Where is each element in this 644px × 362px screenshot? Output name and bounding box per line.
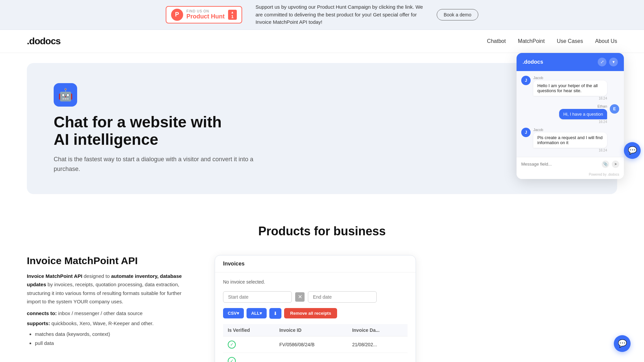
supports-row: supports: quickbooks, Xero, Wave, R-Keep… bbox=[27, 319, 195, 327]
chat-widget-container: .dodocs ⤢ ▾ J Jacob Hello I am your help… bbox=[517, 53, 631, 179]
verified-icon-1: ✓ bbox=[228, 341, 236, 349]
remove-receipts-button[interactable]: Remove all receipts bbox=[284, 308, 337, 318]
chat-window: .dodocs ⤢ ▾ J Jacob Hello I am your help… bbox=[517, 53, 624, 179]
download-button[interactable]: ⬇ bbox=[269, 308, 281, 319]
products-section: Products for business Invoice MatchPoint… bbox=[0, 204, 644, 362]
chat-input-area: 📎 ➤ bbox=[517, 157, 624, 171]
col-header-verified: Is Verified bbox=[223, 324, 275, 337]
start-date-input[interactable] bbox=[223, 291, 292, 303]
send-icon[interactable]: ➤ bbox=[612, 161, 619, 168]
hero-subtitle: Chat is the fastest way to start a dialo… bbox=[54, 155, 255, 174]
date-clear-button[interactable]: ✕ bbox=[295, 292, 305, 302]
invoice-body: No invoice selected. ✕ CSV▾ ALL▾ ⬇ Remov… bbox=[215, 273, 416, 362]
invoice-desc: Invoice MatchPoint API designed to autom… bbox=[27, 272, 195, 306]
book-demo-button[interactable]: Book a demo bbox=[437, 9, 479, 20]
col-header-invoice-date: Invoice Da... bbox=[347, 324, 408, 337]
hero-title: Chat for a website with AI intelligence bbox=[54, 113, 255, 149]
chat-message-3: J Jacob Pls create a request and I will … bbox=[521, 128, 619, 152]
products-content: Invoice MatchPoint API Invoice MatchPoin… bbox=[27, 255, 617, 362]
banner-text: Support us by upvoting our Product Hunt … bbox=[256, 3, 423, 26]
chat-bubble-container-1: Jacob Hello I am your helper of the all … bbox=[533, 76, 607, 100]
chat-header-icons: ⤢ ▾ bbox=[598, 58, 618, 66]
table-row: ✓ bbox=[223, 353, 408, 362]
chat-message-2: E Ethan Hi, I have a question 16:24 bbox=[521, 104, 619, 124]
ph-find-text: FIND US ON bbox=[186, 9, 225, 13]
invoice-title: Invoice MatchPoint API bbox=[27, 255, 195, 266]
navbar: .dodocs Chatbot MatchPoint Use Cases Abo… bbox=[0, 30, 644, 53]
bottom-chat-fab[interactable]: 💬 bbox=[614, 335, 631, 352]
chat-bubble-2: Hi, I have a question bbox=[559, 109, 607, 119]
expand-icon[interactable]: ⤢ bbox=[598, 58, 606, 66]
chat-time-1: 16:24 bbox=[533, 97, 607, 100]
sender-name-2: Ethan bbox=[597, 104, 607, 108]
bullet-list: matches data (keywords, context) pull da… bbox=[27, 329, 195, 348]
invoice-ui-header: Invoices bbox=[215, 255, 416, 273]
chat-fab-button[interactable]: 💬 bbox=[624, 142, 641, 159]
chevron-down-icon[interactable]: ▾ bbox=[609, 58, 618, 66]
toolbar-row: CSV▾ ALL▾ ⬇ Remove all receipts bbox=[223, 308, 408, 319]
all-button[interactable]: ALL▾ bbox=[247, 308, 267, 318]
hero-icon-title: 🤖 bbox=[54, 83, 255, 107]
sender-name-3: Jacob bbox=[533, 128, 607, 132]
connects-value: inbox / messenger / other data source bbox=[58, 310, 143, 316]
verified-cell-2: ✓ bbox=[223, 353, 275, 362]
invoice-id-cell-2 bbox=[275, 353, 347, 362]
chat-bubble-container-3: Jacob Pls create a request and I will fi… bbox=[533, 128, 607, 152]
ph-product-hunt-label: Product Hunt bbox=[186, 13, 225, 20]
top-banner: P FIND US ON Product Hunt ▲ 1 Support us… bbox=[0, 0, 644, 30]
nav-about-us[interactable]: About Us bbox=[595, 38, 617, 44]
supports-label: supports: bbox=[27, 320, 50, 326]
chat-time-2: 16:24 bbox=[599, 120, 607, 124]
nav-matchpoint[interactable]: MatchPoint bbox=[518, 38, 545, 44]
robot-icon: 🤖 bbox=[54, 83, 77, 107]
nav-chatbot[interactable]: Chatbot bbox=[487, 38, 506, 44]
chat-header: .dodocs ⤢ ▾ bbox=[517, 53, 624, 71]
logo[interactable]: .dodocs bbox=[27, 36, 60, 47]
jacob-avatar-2: J bbox=[521, 128, 531, 137]
invoice-date-cell-2 bbox=[347, 353, 408, 362]
connects-row: connects to: inbox / messenger / other d… bbox=[27, 309, 195, 317]
chat-bubble-3: Pls create a request and I will find inf… bbox=[533, 132, 607, 148]
csv-button[interactable]: CSV▾ bbox=[223, 308, 244, 318]
chat-body: J Jacob Hello I am your helper of the al… bbox=[517, 71, 624, 157]
jacob-avatar-1: J bbox=[521, 76, 531, 85]
no-invoice-msg: No invoice selected. bbox=[223, 279, 408, 285]
verified-icon-2: ✓ bbox=[228, 357, 236, 362]
products-left: Invoice MatchPoint API Invoice MatchPoin… bbox=[27, 255, 195, 348]
invoice-desc-text-1: designed to bbox=[84, 273, 111, 279]
products-section-title: Products for business bbox=[27, 224, 617, 238]
chat-header-title: .dodocs bbox=[523, 59, 543, 65]
invoice-desc-text-2: by invoices, receipts, quotation process… bbox=[27, 282, 181, 304]
bullet-item-1: matches data (keywords, context) bbox=[35, 329, 195, 339]
nav-use-cases[interactable]: Use Cases bbox=[557, 38, 583, 44]
product-hunt-badge[interactable]: P FIND US ON Product Hunt ▲ 1 bbox=[166, 6, 242, 23]
verified-cell-1: ✓ bbox=[223, 336, 275, 353]
table-row: ✓ FV/0586/08/24/B 21/08/202... bbox=[223, 336, 408, 353]
invoice-ui: Invoices No invoice selected. ✕ CSV▾ ALL… bbox=[215, 255, 416, 362]
ph-text-block: FIND US ON Product Hunt bbox=[186, 9, 225, 20]
hero-left: 🤖 Chat for a website with AI intelligenc… bbox=[54, 83, 255, 174]
col-header-invoice-id: Invoice ID bbox=[275, 324, 347, 337]
attachment-icon[interactable]: 📎 bbox=[602, 161, 609, 168]
date-row: ✕ bbox=[223, 291, 408, 303]
chat-message-1: J Jacob Hello I am your helper of the al… bbox=[521, 76, 619, 100]
ph-logo-icon: P bbox=[171, 9, 183, 21]
invoice-id-cell-1: FV/0586/08/24/B bbox=[275, 336, 347, 353]
chat-time-3: 16:24 bbox=[533, 148, 607, 152]
supports-value: quickbooks, Xero, Wave, R-Keeper and oth… bbox=[51, 320, 154, 326]
hero-section: 🤖 Chat for a website with AI intelligenc… bbox=[27, 63, 617, 194]
chat-bubble-1: Hello I am your helper of the all questi… bbox=[533, 80, 607, 96]
ethan-avatar: E bbox=[610, 104, 619, 114]
sender-name-1: Jacob bbox=[533, 76, 607, 80]
chat-bubble-container-2: Ethan Hi, I have a question 16:24 bbox=[559, 104, 607, 124]
invoice-table: Is Verified Invoice ID Invoice Da... ✓ F… bbox=[223, 324, 408, 362]
connects-label: connects to: bbox=[27, 310, 57, 316]
invoice-desc-bold-1: Invoice MatchPoint API bbox=[27, 273, 82, 279]
bullet-item-2: pull data bbox=[35, 339, 195, 348]
end-date-input[interactable] bbox=[308, 291, 377, 303]
nav-links: Chatbot MatchPoint Use Cases About Us bbox=[487, 38, 617, 44]
ph-counter: ▲ 1 bbox=[228, 10, 237, 20]
chat-input[interactable] bbox=[521, 162, 599, 167]
chat-powered-by: Powered by .dodocs bbox=[517, 171, 624, 179]
invoice-date-cell-1: 21/08/202... bbox=[347, 336, 408, 353]
